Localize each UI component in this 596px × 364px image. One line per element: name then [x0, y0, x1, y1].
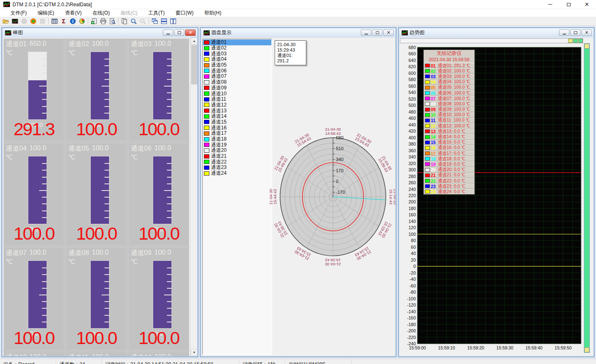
y-tick-label: 380 — [399, 141, 416, 146]
legend-color-swatch — [425, 113, 430, 117]
bar-gauge-cell-通道07: 通道07100.0℃0.0100.0 — [3, 247, 65, 350]
tile-vertical-icon[interactable] — [169, 17, 178, 25]
gauge-tick — [167, 315, 171, 316]
y-tick-label: 660 — [399, 51, 416, 56]
bar-close-button[interactable]: ✕ — [185, 30, 196, 36]
menu-item-4: 曲线(C) — [115, 9, 143, 17]
app-titlebar[interactable]: DTM 2.0.1 [C:\DTM 2.0.2\RealData] ✕ — [0, 0, 596, 9]
bar-maximize-button[interactable] — [174, 30, 184, 36]
open-file-icon[interactable] — [1, 17, 10, 25]
cascade-windows-icon[interactable] — [150, 17, 159, 25]
bar-vertical-scrollbar[interactable]: ▲ ▼ — [190, 37, 197, 356]
legend-row: 11通道11: 100.0 ℃ — [424, 118, 474, 123]
gauge-tick — [42, 308, 47, 309]
gauge-tick — [167, 210, 171, 211]
print-preview-icon[interactable] — [108, 17, 117, 25]
gauge-tick — [104, 197, 109, 198]
gauge-tick — [102, 86, 109, 87]
disc-display-window: 圆盘显示 ✕ 通道01通道02通道03通道04通道05通道06通道07通道08通… — [200, 27, 396, 357]
data-table-icon[interactable] — [50, 17, 59, 25]
menu-item-0[interactable]: 文件(F) — [5, 9, 32, 17]
app-minimize-button[interactable] — [541, 0, 559, 9]
mdi-workspace: 棒图 ✕ 通道01650.0℃-200.0291.3通道02100.0℃0.01… — [0, 26, 596, 359]
scroll-up-button[interactable]: ▲ — [191, 37, 197, 45]
green-scroll-bottom-handle[interactable] — [584, 347, 589, 352]
legend-channel-text: 通道17: 0.0 ℃ — [438, 151, 465, 156]
trend-close-button[interactable]: ✕ — [581, 30, 592, 36]
disc-maximize-button[interactable] — [372, 30, 382, 36]
tile-horizontal-icon[interactable] — [159, 17, 169, 25]
green-scroll-top-handle[interactable] — [584, 44, 589, 49]
bar-gauge-cell-通道11: 通道11100.0℃0.0100.0 — [66, 352, 127, 356]
toolbar: Σi — [0, 17, 596, 26]
trend-minimize-button[interactable] — [559, 30, 569, 36]
gauge-tick — [104, 79, 109, 80]
gauge-tick — [42, 92, 47, 93]
print-icon[interactable] — [99, 17, 108, 25]
info-icon[interactable]: i — [68, 17, 77, 25]
disc-minimize-button[interactable] — [361, 30, 371, 36]
vertical-green-scrollbar[interactable] — [584, 43, 590, 353]
trend-chart-window: 趋势图 ✕ 6806606406206005805605405205004804… — [398, 27, 594, 357]
app-maximize-button[interactable] — [559, 0, 578, 9]
menu-item-6[interactable]: 窗口(W) — [170, 9, 199, 17]
gauge-tick — [167, 281, 171, 282]
copy-icon[interactable] — [120, 17, 129, 25]
bar-minimize-button[interactable] — [163, 30, 173, 36]
legend-channel-text: 通道09: 100.0 ℃ — [438, 106, 470, 112]
menu-item-7[interactable]: 帮助(H) — [199, 9, 227, 17]
legend-row: 09通道09: 100.0 ℃ — [424, 107, 474, 112]
legend-channel-number: 17 — [431, 151, 438, 156]
svg-text:510: 510 — [336, 146, 343, 151]
toolbar-separator — [88, 18, 88, 25]
app-close-button[interactable]: ✕ — [578, 0, 596, 9]
y-tick-label: 340 — [399, 154, 416, 159]
y-tick-label: 560 — [399, 84, 416, 89]
legend-row: 18通道18: 0.0 ℃ — [424, 156, 474, 161]
export-icon[interactable] — [89, 17, 99, 25]
pie-chart-icon[interactable] — [77, 17, 87, 25]
channel-name: 通道12 — [131, 353, 153, 356]
legend-channel-number: 06 — [431, 91, 438, 96]
gauge-tick — [104, 65, 109, 66]
y-tick-label: 280 — [399, 174, 416, 179]
legend-channel-number: 24 — [431, 189, 438, 194]
legend-channel-number: 08 — [431, 102, 438, 106]
zoom-icon[interactable] — [129, 17, 138, 25]
gauge-bar — [153, 52, 172, 120]
scroll-thumb[interactable] — [191, 45, 197, 84]
legend-row: 16通道16: 0.0 ℃ — [424, 145, 474, 151]
bar-window-titlebar[interactable]: 棒图 ✕ — [2, 28, 197, 37]
svg-text:340: 340 — [336, 157, 343, 162]
y-tick-label: 620 — [399, 64, 416, 69]
y-tick-label: 240 — [399, 187, 416, 192]
status-field-1: 通道数：24 — [56, 359, 102, 364]
menu-item-5[interactable]: 工具(T) — [143, 9, 170, 17]
disc-close-button[interactable]: ✕ — [383, 30, 394, 36]
statistics-sigma-icon[interactable]: Σ — [59, 17, 68, 25]
gauge-tick — [42, 217, 47, 218]
record-icon[interactable] — [29, 17, 38, 25]
trend-window-titlebar[interactable]: 趋势图 ✕ — [399, 28, 594, 37]
menu-bar: 文件(F)编辑(E)查看(V)在线(O)曲线(C)工具(T)窗口(W)帮助(H) — [0, 9, 596, 17]
unit-label: ℃ — [131, 49, 138, 57]
trend-maximize-button[interactable] — [570, 30, 581, 36]
legend-channel-text: 通道03: 100.0 ℃ — [438, 74, 470, 79]
y-tick-label: 440 — [399, 122, 416, 127]
svg-text:21-04-3015:14:43: 21-04-3015:14:43 — [389, 189, 395, 205]
y-tick-label: -120 — [399, 302, 416, 307]
menu-item-1[interactable]: 编辑(E) — [32, 9, 60, 17]
menu-item-2[interactable]: 查看(V) — [60, 9, 87, 17]
scroll-down-button[interactable]: ▼ — [191, 349, 197, 356]
legend-row: 21通道21: 0.0 ℃ — [424, 173, 474, 178]
realtime-chart-icon[interactable] — [10, 17, 20, 25]
gauge-tick — [42, 210, 47, 211]
menu-item-3[interactable]: 在线(O) — [87, 9, 115, 17]
gauge-tick — [167, 59, 171, 59]
disc-window-titlebar[interactable]: 圆盘显示 ✕ — [201, 28, 395, 37]
legend-color-swatch — [425, 141, 430, 144]
gauge-tick — [104, 183, 109, 184]
gauge-tick — [42, 274, 47, 275]
legend-channel-text: 通道22: 0.0 ℃ — [438, 178, 465, 184]
tooltip-date: 21-04-30 — [277, 42, 304, 47]
